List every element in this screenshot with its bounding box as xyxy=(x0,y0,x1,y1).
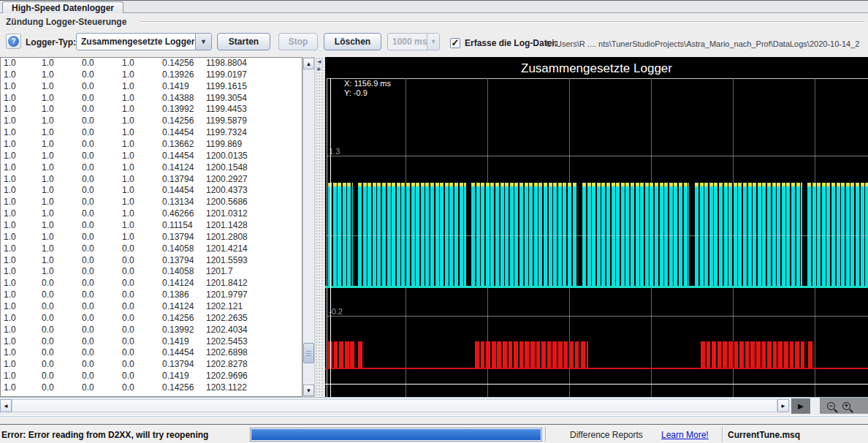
tab-strip: High-Speed Datenlogger xyxy=(0,0,868,13)
table-cell: 1.0 xyxy=(1,116,39,127)
table-row[interactable]: 1.00.00.00.00.142561202.2635 xyxy=(1,313,302,325)
composite-logger-trace-2-segment xyxy=(475,341,579,368)
table-row[interactable]: 1.00.00.00.00.14191202.5453 xyxy=(1,336,302,348)
table-cell: 0.13794 xyxy=(159,174,203,186)
table-cell: 0.13662 xyxy=(159,139,203,151)
table-row[interactable]: 1.01.00.00.00.137941201.5593 xyxy=(1,255,302,267)
table-cell: 1201.9797 xyxy=(203,289,302,301)
table-vertical-scrollbar[interactable]: ▲ ▼ xyxy=(302,57,315,397)
status-bar: Error: Error reading from D2XX, will try… xyxy=(0,424,868,443)
chevron-down-icon[interactable]: ▼ xyxy=(195,34,211,50)
table-row[interactable]: 1.01.00.00.00.140581201.4214 xyxy=(1,243,302,255)
composite-logger-trace-1-segment xyxy=(582,186,689,287)
capture-log-checkbox[interactable]: ✓ xyxy=(450,38,460,48)
learn-more-link[interactable]: Learn More! xyxy=(661,430,709,440)
table-row[interactable]: 1.01.00.01.00.14191199.1615 xyxy=(1,81,302,93)
table-cell: 1.0 xyxy=(1,104,39,116)
table-row[interactable]: 1.00.00.00.00.13861201.9797 xyxy=(1,289,302,301)
composite-logger-chart[interactable]: Zusammengesetzte Logger X: 1156.9 ms Y: … xyxy=(325,57,868,397)
table-cell: 0.11154 xyxy=(159,220,203,232)
scrollbar-track[interactable] xyxy=(12,399,777,412)
table-cell: 0.14124 xyxy=(159,301,203,313)
table-cell: 1.0 xyxy=(119,104,159,116)
clear-button[interactable]: Löschen xyxy=(324,33,381,50)
table-row[interactable]: 1.01.00.01.00.131341200.5686 xyxy=(1,197,302,208)
table-cell: 0.0 xyxy=(119,382,159,394)
table-cell: 1199.7324 xyxy=(203,127,302,139)
table-cell: 0.0 xyxy=(79,313,119,325)
table-cell: 0.13794 xyxy=(159,232,203,243)
table-row[interactable]: 1.01.00.01.00.144541200.4373 xyxy=(1,185,302,197)
table-cell: 1.0 xyxy=(39,116,79,127)
table-row[interactable]: 1.01.00.01.00.142561199.5879 xyxy=(1,116,302,127)
bottom-divider xyxy=(0,414,868,424)
table-cell: 0.0 xyxy=(79,162,119,174)
interval-select[interactable]: 1000 ms ▼ xyxy=(387,33,440,50)
tab-high-speed-datenlogger[interactable]: High-Speed Datenlogger xyxy=(2,1,123,14)
table-row[interactable]: 1.01.00.01.00.111541201.1428 xyxy=(1,220,302,232)
splitpane-divider[interactable]: ◄ ► xyxy=(315,57,325,397)
table-cell: 1.0 xyxy=(1,301,39,313)
scroll-left-button[interactable]: ◄ xyxy=(0,399,12,412)
splitter-collapse-icon[interactable]: ◄ xyxy=(316,59,322,65)
logger-control-panel: Zündung Logger-Steuerunge ? Logger-Typ: … xyxy=(0,13,868,57)
scroll-down-button[interactable]: ▼ xyxy=(303,385,314,396)
table-cell: 0.0 xyxy=(79,243,119,255)
table-row[interactable]: 1.01.00.01.00.139261199.0197 xyxy=(1,69,302,81)
chart-horizontal-scrollbar[interactable]: ◄ ► ► − + xyxy=(0,397,868,414)
table-row[interactable]: 1.01.00.01.00.142561198.8804 xyxy=(1,58,302,69)
table-row[interactable]: 1.01.00.01.00.141241200.1548 xyxy=(1,162,302,174)
table-row[interactable]: 1.01.00.01.00.144541199.7324 xyxy=(1,127,302,139)
table-cell: 0.0 xyxy=(39,289,79,301)
table-cell: 1.0 xyxy=(1,220,39,232)
progress-bar xyxy=(250,428,542,442)
table-row[interactable]: 1.00.00.00.00.141241201.8412 xyxy=(1,278,302,289)
composite-logger-trace-2-segment xyxy=(328,341,354,368)
table-row[interactable]: 1.00.00.00.00.141241202.121 xyxy=(1,301,302,313)
table-cell: 1202.4034 xyxy=(203,325,302,336)
help-button[interactable]: ? xyxy=(6,34,21,49)
table-row[interactable]: 1.01.00.01.00.137941200.2927 xyxy=(1,174,302,186)
table-row[interactable]: 1.01.00.01.00.136621199.869 xyxy=(1,139,302,151)
log-data-table[interactable]: 1.01.00.01.00.142561198.88041.01.00.01.0… xyxy=(0,57,302,397)
app-window: High-Speed Datenlogger Zündung Logger-St… xyxy=(0,0,868,443)
table-row[interactable]: 1.01.00.00.00.140581201.7 xyxy=(1,266,302,278)
play-icon: ► xyxy=(796,401,806,412)
zoom-out-icon[interactable]: − xyxy=(827,402,835,410)
table-cell: 1.0 xyxy=(119,220,159,232)
crosshair-vertical xyxy=(330,78,331,397)
table-row[interactable]: 1.00.00.00.00.144541202.6898 xyxy=(1,347,302,359)
table-row[interactable]: 1.01.00.01.00.143881199.3054 xyxy=(1,93,302,105)
table-cell: 0.14256 xyxy=(159,116,203,127)
table-cell: 1.0 xyxy=(119,127,159,139)
splitter-expand-icon[interactable]: ► xyxy=(316,67,322,72)
table-cell: 1.0 xyxy=(119,81,159,93)
table-row[interactable]: 1.01.00.01.00.139921199.4453 xyxy=(1,104,302,116)
scroll-up-button[interactable]: ▲ xyxy=(303,58,314,69)
zoom-in-icon[interactable]: + xyxy=(842,402,850,410)
chart-title: Zusammengesetzte Logger xyxy=(325,61,868,76)
table-row[interactable]: 1.01.00.01.00.462661201.0312 xyxy=(1,208,302,220)
table-cell: 1.0 xyxy=(1,289,39,301)
table-cell: 1202.8278 xyxy=(203,359,302,371)
table-cell: 0.0 xyxy=(79,255,119,267)
table-cell: 1.0 xyxy=(1,232,39,243)
table-cell: 1201.7 xyxy=(203,266,302,278)
scroll-right-button[interactable]: ► xyxy=(777,399,789,412)
table-cell: 0.0 xyxy=(79,266,119,278)
stop-button[interactable]: Stop xyxy=(278,33,318,50)
table-cell: 1203.1122 xyxy=(203,382,302,394)
table-cell: 0.13992 xyxy=(159,104,203,116)
table-row[interactable]: 1.00.00.00.00.139921202.4034 xyxy=(1,325,302,336)
scrollbar-thumb[interactable] xyxy=(303,343,314,363)
table-row[interactable]: 1.00.00.00.00.137941202.8278 xyxy=(1,359,302,371)
table-row[interactable]: 1.00.00.00.00.14191202.9696 xyxy=(1,371,302,382)
table-row[interactable]: 1.01.00.01.00.144541200.0135 xyxy=(1,151,302,162)
table-row[interactable]: 1.01.00.01.00.137941201.2808 xyxy=(1,232,302,243)
table-row[interactable]: 1.00.00.00.00.142561203.1122 xyxy=(1,382,302,394)
logger-type-select[interactable]: Zusammengesetzte Logger ▼ xyxy=(76,33,212,50)
table-cell: 1.0 xyxy=(39,81,79,93)
play-button[interactable]: ► xyxy=(791,398,810,414)
start-button[interactable]: Starten xyxy=(217,33,270,50)
table-cell: 1.0 xyxy=(39,162,79,174)
